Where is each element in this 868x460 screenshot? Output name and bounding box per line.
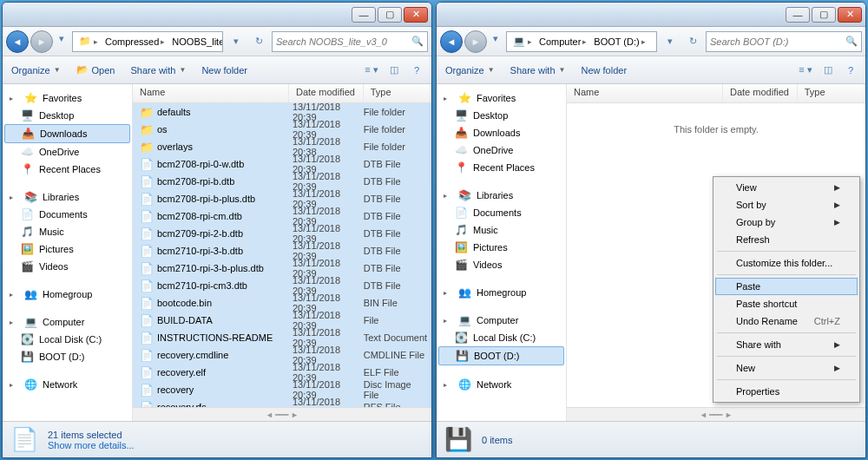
breadcrumb[interactable]: 📁▸ Compressed ▸ NOOBS_lite_v3_0 ▸ xyxy=(72,31,223,52)
menu-item-paste-shortcut[interactable]: Paste shortcut xyxy=(715,295,858,312)
open-button[interactable]: 📂Open xyxy=(73,62,119,77)
menu-item-paste[interactable]: Paste xyxy=(715,278,858,295)
file-row[interactable]: bcm2708-rpi-0-w.dtb13/11/2018 20:39DTB F… xyxy=(133,155,431,173)
help-button[interactable]: ? xyxy=(407,62,426,79)
sidebar-group-libraries[interactable]: ▸📚Libraries xyxy=(438,187,564,204)
file-row[interactable]: bcm2708-rpi-b.dtb13/11/2018 20:39DTB Fil… xyxy=(133,173,431,190)
organize-menu[interactable]: Organize ▼ xyxy=(442,63,498,77)
menu-item-customize-this-folder-[interactable]: Customize this folder... xyxy=(715,254,858,272)
breadcrumb-root-icon[interactable]: 📁▸ xyxy=(75,35,102,49)
breadcrumb-seg-1[interactable]: NOOBS_lite_v3_0 ▸ xyxy=(168,36,223,47)
file-row[interactable]: BUILD-DATA13/11/2018 20:39File xyxy=(133,312,431,329)
file-row[interactable]: bootcode.bin13/11/2018 20:39BIN File xyxy=(133,294,431,312)
sidebar-item[interactable]: 🎬Videos xyxy=(4,258,130,275)
menu-item-view[interactable]: View▶ xyxy=(715,179,858,196)
horizontal-scrollbar[interactable]: ◄ ━━━ ► xyxy=(567,407,865,421)
sidebar-group-network[interactable]: ▸🌐Network xyxy=(4,376,130,393)
sidebar-item[interactable]: 📍Recent Places xyxy=(438,159,564,176)
search-input[interactable] xyxy=(710,36,845,47)
history-dropdown[interactable]: ▾ xyxy=(55,30,69,48)
refresh-button[interactable]: ↻ xyxy=(683,32,702,51)
sidebar-item[interactable]: 📄Documents xyxy=(438,204,564,221)
expand-icon[interactable]: ▸ xyxy=(10,319,18,326)
sidebar-group-network[interactable]: ▸🌐Network xyxy=(438,376,564,393)
sidebar-item[interactable]: 🖥️Desktop xyxy=(4,107,130,124)
expand-icon[interactable]: ▸ xyxy=(10,381,18,389)
expand-icon[interactable]: ▸ xyxy=(444,289,452,297)
sidebar-item[interactable]: 📥Downloads xyxy=(4,124,130,143)
preview-pane-button[interactable]: ◫ xyxy=(819,62,838,79)
expand-icon[interactable]: ▸ xyxy=(10,194,18,201)
share-menu[interactable]: Share with ▼ xyxy=(507,63,569,77)
minimize-button[interactable]: — xyxy=(352,7,376,23)
col-header-type[interactable]: Type xyxy=(798,84,865,102)
sidebar-item[interactable]: ☁️OneDrive xyxy=(438,141,564,159)
menu-item-undo-rename[interactable]: Undo RenameCtrl+Z xyxy=(715,312,858,330)
sidebar-item[interactable]: 📥Downloads xyxy=(438,124,564,141)
expand-icon[interactable]: ▸ xyxy=(444,192,452,200)
expand-icon[interactable]: ▸ xyxy=(444,95,452,102)
col-header-type[interactable]: Type xyxy=(364,84,431,102)
sidebar-item[interactable]: 📍Recent Places xyxy=(4,161,130,178)
history-dropdown[interactable]: ▾ xyxy=(489,30,503,48)
sidebar-item[interactable]: ☁️OneDrive xyxy=(4,143,130,161)
maximize-button[interactable]: ▢ xyxy=(378,7,402,23)
breadcrumb-seg-0[interactable]: Compressed ▸ xyxy=(102,36,168,47)
new-folder-button[interactable]: New folder xyxy=(198,63,251,77)
sidebar-group-libraries[interactable]: ▸📚Libraries xyxy=(4,188,130,206)
expand-icon[interactable]: ▸ xyxy=(10,291,18,299)
file-row[interactable]: bcm2708-rpi-b-plus.dtb13/11/2018 20:39DT… xyxy=(133,190,431,207)
sidebar-item[interactable]: 💾BOOT (D:) xyxy=(4,348,130,365)
share-menu[interactable]: Share with ▼ xyxy=(127,63,189,77)
forward-button[interactable]: ► xyxy=(464,30,487,53)
close-button[interactable]: ✕ xyxy=(838,7,862,23)
file-row[interactable]: INSTRUCTIONS-README13/11/2018 20:39Text … xyxy=(133,329,431,346)
menu-item-sort-by[interactable]: Sort by▶ xyxy=(715,196,858,214)
col-header-date[interactable]: Date modified xyxy=(723,84,798,102)
sidebar-item[interactable]: 🎵Music xyxy=(4,223,130,240)
search-input[interactable] xyxy=(276,36,411,47)
horizontal-scrollbar[interactable]: ◄ ━━━ ► xyxy=(133,407,431,421)
breadcrumb-seg-0[interactable]: Computer ▸ xyxy=(536,36,590,47)
col-header-name[interactable]: Name xyxy=(133,84,289,102)
expand-icon[interactable]: ▸ xyxy=(444,381,452,389)
col-header-name[interactable]: Name xyxy=(567,84,723,102)
refresh-prev-button[interactable]: ▾ xyxy=(227,32,246,51)
expand-icon[interactable]: ▸ xyxy=(444,317,452,325)
back-button[interactable]: ◄ xyxy=(440,30,463,53)
sidebar-item[interactable]: 💽Local Disk (C:) xyxy=(4,331,130,348)
file-row[interactable]: bcm2709-rpi-2-b.dtb13/11/2018 20:39DTB F… xyxy=(133,225,431,242)
menu-item-properties[interactable]: Properties xyxy=(715,383,858,400)
col-header-date[interactable]: Date modified xyxy=(289,84,364,102)
file-row[interactable]: bcm2710-rpi-3-b.dtb13/11/2018 20:39DTB F… xyxy=(133,242,431,260)
sidebar-item[interactable]: 🎵Music xyxy=(438,221,564,239)
sidebar-group-favorites[interactable]: ▸⭐Favorites xyxy=(4,89,130,107)
organize-menu[interactable]: Organize ▼ xyxy=(8,63,64,77)
breadcrumb-root-icon[interactable]: 💻▸ xyxy=(509,35,536,49)
sidebar-item[interactable]: 💽Local Disk (C:) xyxy=(438,329,564,346)
sidebar-item[interactable]: 🖥️Desktop xyxy=(438,107,564,124)
sidebar-group-computer[interactable]: ▸💻Computer xyxy=(438,312,564,329)
refresh-prev-button[interactable]: ▾ xyxy=(661,32,680,51)
column-headers[interactable]: Name Date modified Type xyxy=(133,84,431,103)
menu-item-share-with[interactable]: Share with▶ xyxy=(715,336,858,353)
close-button[interactable]: ✕ xyxy=(404,7,428,23)
menu-item-new[interactable]: New▶ xyxy=(715,359,858,377)
help-button[interactable]: ? xyxy=(841,62,860,79)
sidebar-item[interactable]: 🖼️Pictures xyxy=(4,240,130,258)
preview-pane-button[interactable]: ◫ xyxy=(385,62,404,79)
search-icon[interactable]: 🔍 xyxy=(845,36,858,47)
file-row[interactable]: bcm2708-rpi-cm.dtb13/11/2018 20:39DTB Fi… xyxy=(133,207,431,225)
refresh-button[interactable]: ↻ xyxy=(249,32,268,51)
file-row[interactable]: recovery13/11/2018 20:39Disc Image File xyxy=(133,381,431,398)
forward-button[interactable]: ► xyxy=(30,30,53,53)
breadcrumb-seg-1[interactable]: BOOT (D:) ▸ xyxy=(590,36,648,47)
file-list[interactable]: defaults13/11/2018 20:39File folderos13/… xyxy=(133,103,431,407)
sidebar-item[interactable]: 📄Documents xyxy=(4,206,130,223)
sidebar-group-homegroup[interactable]: ▸👥Homegroup xyxy=(438,284,564,301)
new-folder-button[interactable]: New folder xyxy=(577,63,630,77)
breadcrumb[interactable]: 💻▸ Computer ▸ BOOT (D:) ▸ xyxy=(506,31,657,52)
file-row[interactable]: overlays13/11/2018 20:38File folder xyxy=(133,138,431,155)
file-row[interactable]: bcm2710-rpi-3-b-plus.dtb13/11/2018 20:39… xyxy=(133,260,431,277)
expand-icon[interactable]: ▸ xyxy=(10,95,18,102)
